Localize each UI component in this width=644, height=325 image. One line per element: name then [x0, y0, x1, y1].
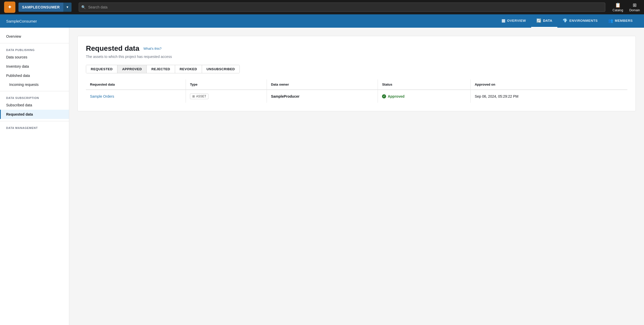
- tab-data[interactable]: 🔄 DATA: [531, 14, 558, 28]
- sidebar-requested-data-label: Requested data: [6, 112, 33, 116]
- filter-tabs: REQUESTED APPROVED REJECTED REVOKED UNSU…: [86, 65, 240, 73]
- tab-members[interactable]: 👥 MEMBERS: [603, 14, 638, 28]
- sidebar-item-published-data[interactable]: Published data: [0, 71, 69, 80]
- col-header-data-owner: Data owner: [267, 79, 378, 90]
- domain-label: Domain: [629, 8, 640, 12]
- sidebar-item-data-sources[interactable]: Data sources: [0, 53, 69, 62]
- data-table: Requested data Type Data owner Status Ap…: [86, 79, 627, 103]
- col-header-approved-on: Approved on: [471, 79, 627, 90]
- logo: ✦: [4, 2, 15, 13]
- sidebar-divider-2: [0, 91, 69, 91]
- environments-tab-icon: 💎: [562, 18, 568, 23]
- tab-overview[interactable]: ▦ OVERVIEW: [496, 14, 531, 28]
- secondary-nav: SampleConsumer ▦ OVERVIEW 🔄 DATA 💎 ENVIR…: [0, 14, 644, 28]
- search-bar: 🔍: [79, 3, 605, 12]
- project-dropdown-button[interactable]: ▼: [63, 3, 72, 12]
- asset-type-badge: ⊞ ASSET: [190, 94, 208, 99]
- sidebar-item-inventory-data[interactable]: Inventory data: [0, 62, 69, 71]
- domain-nav-item[interactable]: ⊞ Domain: [629, 2, 640, 12]
- catalog-icon: 📋: [615, 2, 621, 8]
- asset-badge-icon: ⊞: [192, 95, 195, 98]
- page-title-row: Requested data What's this?: [86, 44, 627, 53]
- sidebar-divider-1: [0, 43, 69, 43]
- cell-type: ⊞ ASSET: [186, 90, 267, 103]
- members-tab-icon: 👥: [608, 18, 613, 23]
- sidebar-section-data-subscription: DATA SUBSCRIPTION: [0, 93, 69, 100]
- data-tab-label: DATA: [543, 19, 552, 23]
- whats-this-link[interactable]: What's this?: [144, 47, 162, 50]
- cell-approved-on: Sep 06, 2024, 05:29:22 PM: [471, 90, 627, 103]
- sidebar-divider-3: [0, 121, 69, 121]
- col-header-type: Type: [186, 79, 267, 90]
- sidebar-data-sources-label: Data sources: [6, 55, 27, 59]
- overview-tab-label: OVERVIEW: [507, 19, 526, 23]
- logo-icon: ✦: [7, 4, 12, 11]
- sidebar-item-requested-data[interactable]: Requested data: [0, 110, 69, 119]
- sidebar-inventory-data-label: Inventory data: [6, 64, 29, 68]
- top-nav: ✦ SAMPLECONSUMER ▼ 🔍 📋 Catalog ⊞ Domain: [0, 0, 644, 14]
- asset-link[interactable]: Sample Orders: [90, 94, 114, 98]
- sidebar-subscribed-data-label: Subscribed data: [6, 103, 32, 107]
- sidebar-item-subscribed-data[interactable]: Subscribed data: [0, 100, 69, 110]
- filter-tab-requested[interactable]: REQUESTED: [86, 65, 117, 73]
- main-content: Requested data What's this? The assets t…: [69, 28, 644, 325]
- col-header-status: Status: [378, 79, 470, 90]
- cell-data-owner: SampleProducer: [267, 90, 378, 103]
- data-tab-icon: 🔄: [536, 18, 542, 23]
- sidebar-item-overview[interactable]: Overview: [0, 32, 69, 41]
- sidebar-overview-label: Overview: [6, 34, 21, 38]
- environments-tab-label: ENVIRONMENTS: [569, 19, 598, 23]
- filter-tab-approved[interactable]: APPROVED: [117, 65, 147, 73]
- cell-status: Approved: [378, 90, 470, 103]
- search-input[interactable]: [79, 3, 605, 12]
- sidebar-published-data-label: Published data: [6, 74, 30, 78]
- sidebar-section-data-management: DATA MANAGEMENT: [0, 123, 69, 130]
- project-name: SAMPLECONSUMER: [18, 5, 63, 9]
- sidebar-item-incoming-requests[interactable]: Incoming requests: [0, 80, 69, 89]
- filter-tab-requested-label: REQUESTED: [91, 67, 113, 71]
- page-description: The assets to which this project has req…: [86, 55, 627, 59]
- page-layout: Overview DATA PUBLISHING Data sources In…: [0, 28, 644, 325]
- project-selector[interactable]: SAMPLECONSUMER ▼: [18, 3, 72, 12]
- sidebar: Overview DATA PUBLISHING Data sources In…: [0, 28, 69, 325]
- domain-title: SampleConsumer: [6, 19, 37, 23]
- domain-icon: ⊞: [633, 2, 637, 8]
- filter-tab-rejected[interactable]: REJECTED: [147, 65, 175, 73]
- status-approved: Approved: [382, 94, 466, 98]
- catalog-label: Catalog: [612, 8, 623, 12]
- status-approved-icon: [382, 94, 386, 98]
- sidebar-incoming-requests-label: Incoming requests: [9, 83, 38, 87]
- cell-requested-data: Sample Orders: [86, 90, 186, 103]
- filter-tab-revoked-label: REVOKED: [180, 67, 197, 71]
- filter-tab-unsubscribed[interactable]: UNSUBSCRIBED: [202, 65, 240, 73]
- catalog-nav-item[interactable]: 📋 Catalog: [612, 2, 623, 12]
- members-tab-label: MEMBERS: [615, 19, 633, 23]
- page-title: Requested data: [86, 44, 139, 53]
- filter-tab-unsubscribed-label: UNSUBSCRIBED: [207, 67, 235, 71]
- tab-environments[interactable]: 💎 ENVIRONMENTS: [557, 14, 603, 28]
- status-label: Approved: [388, 94, 404, 98]
- top-nav-right: 📋 Catalog ⊞ Domain: [612, 2, 640, 12]
- filter-tab-rejected-label: REJECTED: [151, 67, 170, 71]
- filter-tab-approved-label: APPROVED: [122, 67, 142, 71]
- search-icon: 🔍: [81, 5, 86, 9]
- content-card: Requested data What's this? The assets t…: [77, 36, 636, 111]
- sidebar-section-data-publishing: DATA PUBLISHING: [0, 45, 69, 53]
- nav-tabs: ▦ OVERVIEW 🔄 DATA 💎 ENVIRONMENTS 👥 MEMBE…: [496, 14, 638, 28]
- filter-tab-revoked[interactable]: REVOKED: [175, 65, 202, 73]
- col-header-requested-data: Requested data: [86, 79, 186, 90]
- overview-tab-icon: ▦: [501, 18, 506, 23]
- table-row: Sample Orders ⊞ ASSET SampleProducer App…: [86, 90, 627, 103]
